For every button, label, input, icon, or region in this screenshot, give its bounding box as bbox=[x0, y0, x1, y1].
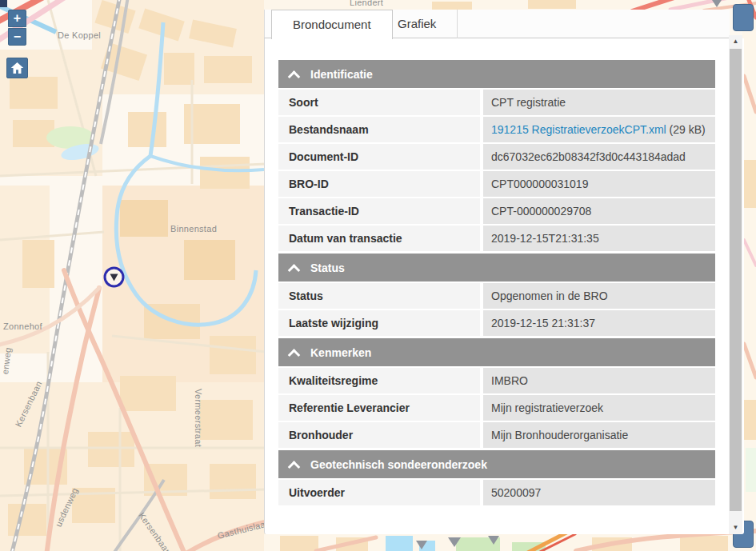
chevron-up-icon bbox=[288, 70, 301, 83]
chevron-up-icon bbox=[288, 349, 301, 361]
scrollbar-up-button[interactable]: ▲ bbox=[729, 35, 742, 48]
detail-row: Transactie-IDCPT-000000029708 bbox=[278, 198, 715, 224]
row-label: Status bbox=[278, 283, 480, 309]
detail-row: KwaliteitsregimeIMBRO bbox=[278, 368, 715, 393]
detail-row: SoortCPT registratie bbox=[278, 90, 715, 115]
row-label: Kwaliteitsregime bbox=[278, 368, 480, 393]
panel-scrollbar[interactable]: ▲ ▼ bbox=[729, 35, 742, 534]
row-value: Mijn registratieverzoek bbox=[483, 395, 715, 421]
row-label: BRO-ID bbox=[278, 171, 480, 197]
detail-panel: Brondocument Grafiek IdentificatieSoortC… bbox=[264, 10, 744, 534]
detail-row: Datum van transactie2019-12-15T21:31:35 bbox=[278, 226, 715, 251]
row-label: Referentie Leverancier bbox=[278, 395, 480, 421]
chevron-up-icon bbox=[288, 264, 301, 277]
zoom-in-button[interactable]: + bbox=[8, 10, 26, 27]
row-value: Opgenomen in de BRO bbox=[483, 283, 715, 309]
file-link[interactable]: 191215 RegistratieverzoekCPT.xml bbox=[491, 123, 666, 136]
section-header[interactable]: Identificatie bbox=[278, 60, 715, 88]
row-label: Laatste wijziging bbox=[278, 310, 480, 336]
detail-row: BronhouderMijn Bronhouderorganisatie bbox=[278, 422, 715, 448]
section-header[interactable]: Kenmerken bbox=[278, 338, 715, 366]
zoom-out-button[interactable]: − bbox=[8, 28, 26, 46]
row-value: Mijn Bronhouderorganisatie bbox=[483, 422, 715, 448]
row-label: Bestandsnaam bbox=[278, 117, 480, 142]
detail-sections: IdentificatieSoortCPT registratieBestand… bbox=[265, 38, 715, 505]
section-title: Geotechnisch sondeeronderzoek bbox=[310, 458, 487, 471]
row-value: 2019-12-15T21:31:35 bbox=[483, 226, 715, 251]
tab-bar: Brondocument Grafiek bbox=[264, 10, 730, 38]
section-title: Identificatie bbox=[310, 68, 373, 81]
home-button[interactable] bbox=[6, 58, 28, 78]
detail-row: Document-IDdc67032ec62b08342f3d0c443184a… bbox=[278, 144, 715, 170]
file-size: (29 kB) bbox=[666, 123, 706, 136]
row-label: Document-ID bbox=[278, 144, 480, 170]
detail-row: Uitvoerder50200097 bbox=[278, 480, 715, 505]
home-icon bbox=[10, 62, 24, 74]
bro-viewer: De KoppelBinnenstadZonnehofLiendertenweg… bbox=[0, 0, 756, 551]
row-value: CPT-000000029708 bbox=[483, 198, 715, 224]
map-place-label: Liendert bbox=[350, 0, 383, 7]
detail-row: Laatste wijziging2019-12-15 21:31:37 bbox=[278, 310, 715, 336]
row-label: Soort bbox=[278, 90, 480, 115]
detail-row: Referentie LeverancierMijn registratieve… bbox=[278, 395, 715, 421]
row-value: CPT000000031019 bbox=[483, 171, 715, 197]
row-label: Bronhouder bbox=[278, 422, 480, 448]
section-header[interactable]: Geotechnisch sondeeronderzoek bbox=[278, 450, 715, 478]
map-place-label: Binnenstad bbox=[170, 224, 217, 234]
row-label: Transactie-ID bbox=[278, 198, 480, 224]
corner-menu-notch bbox=[0, 0, 7, 7]
map-marker[interactable] bbox=[102, 266, 126, 289]
row-value: 191215 RegistratieverzoekCPT.xml (29 kB) bbox=[483, 117, 715, 142]
map-place-label: De Koppel bbox=[58, 30, 101, 40]
map-place-label: Zonnehof bbox=[3, 321, 42, 331]
detail-row: StatusOpgenomen in de BRO bbox=[278, 283, 715, 309]
row-value: IMBRO bbox=[483, 368, 715, 393]
row-value: 2019-12-15 21:31:37 bbox=[483, 310, 715, 336]
tab-brondocument[interactable]: Brondocument bbox=[271, 10, 393, 39]
section-title: Status bbox=[310, 262, 345, 274]
row-value: dc67032ec62b08342f3d0c443184adad bbox=[483, 144, 715, 170]
detail-row: Bestandsnaam191215 RegistratieverzoekCPT… bbox=[278, 117, 715, 142]
row-label: Datum van transactie bbox=[278, 226, 480, 251]
chevron-up-icon bbox=[288, 461, 301, 473]
row-value: 50200097 bbox=[483, 480, 715, 505]
scrollbar-down-button[interactable]: ▼ bbox=[729, 521, 742, 534]
section-title: Kenmerken bbox=[310, 346, 371, 359]
panel-body: IdentificatieSoortCPT registratieBestand… bbox=[264, 38, 744, 534]
detail-row: BRO-IDCPT000000031019 bbox=[278, 171, 715, 197]
scrollbar-thumb[interactable] bbox=[730, 49, 742, 511]
map-place-label: Vermeerstraat bbox=[194, 389, 203, 447]
row-label: Uitvoerder bbox=[278, 480, 480, 505]
row-value: CPT registratie bbox=[483, 90, 715, 115]
section-header[interactable]: Status bbox=[278, 254, 715, 281]
